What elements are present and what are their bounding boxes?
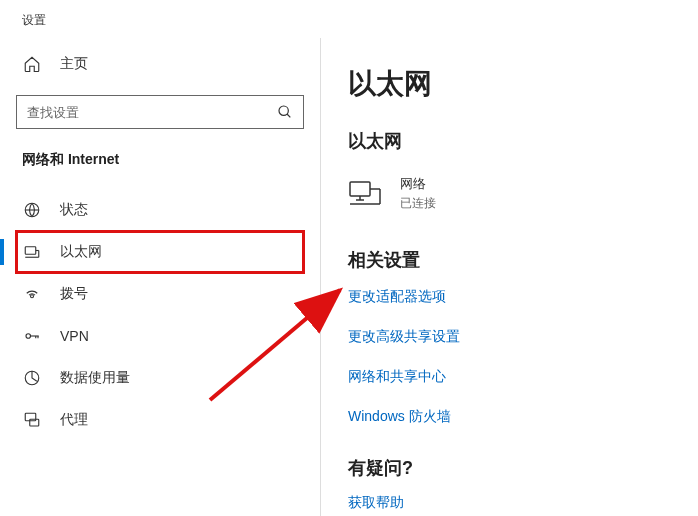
subheading: 以太网: [348, 129, 688, 153]
home-button[interactable]: 主页: [16, 45, 304, 83]
svg-point-0: [279, 106, 288, 115]
sidebar-section-title: 网络和 Internet: [16, 151, 304, 169]
svg-point-8: [31, 295, 34, 298]
home-icon: [22, 55, 42, 73]
question-title: 有疑问?: [348, 456, 688, 480]
sidebar-item-dialup[interactable]: 拨号: [16, 273, 304, 315]
home-label: 主页: [60, 55, 88, 73]
sidebar-item-ethernet[interactable]: 以太网: [16, 231, 304, 273]
link-get-help[interactable]: 获取帮助: [348, 494, 688, 512]
sidebar-item-label: VPN: [60, 328, 89, 344]
sidebar: 主页 网络和 Internet 状态 以太网: [0, 37, 320, 516]
search-icon: [277, 104, 293, 120]
svg-line-1: [287, 114, 290, 117]
vpn-icon: [22, 327, 42, 345]
sidebar-item-label: 状态: [60, 201, 88, 219]
page-title: 以太网: [348, 65, 688, 103]
link-advanced-sharing[interactable]: 更改高级共享设置: [348, 328, 688, 346]
status-icon: [22, 201, 42, 219]
sidebar-item-label: 代理: [60, 411, 88, 429]
sidebar-item-label: 以太网: [60, 243, 102, 261]
window-title: 设置: [0, 0, 698, 37]
sidebar-item-label: 数据使用量: [60, 369, 130, 387]
svg-rect-16: [350, 182, 370, 196]
sidebar-item-data-usage[interactable]: 数据使用量: [16, 357, 304, 399]
main-content: 以太网 以太网 网络 已连接 相关设置 更改适配器选项 更改高级共享设置 网络和…: [320, 37, 698, 516]
data-usage-icon: [22, 369, 42, 387]
link-windows-firewall[interactable]: Windows 防火墙: [348, 408, 688, 426]
network-name: 网络: [400, 175, 436, 193]
dialup-icon: [22, 285, 42, 303]
svg-rect-4: [25, 247, 36, 255]
network-row[interactable]: 网络 已连接: [348, 175, 688, 212]
related-settings-title: 相关设置: [348, 248, 688, 272]
network-status: 已连接: [400, 195, 436, 212]
sidebar-item-status[interactable]: 状态: [16, 189, 304, 231]
sidebar-item-proxy[interactable]: 代理: [16, 399, 304, 441]
sidebar-item-label: 拨号: [60, 285, 88, 303]
network-monitor-icon: [348, 180, 384, 208]
nav-list: 状态 以太网 拨号 VPN: [16, 189, 304, 441]
sidebar-item-vpn[interactable]: VPN: [16, 315, 304, 357]
search-box[interactable]: [16, 95, 304, 129]
search-input[interactable]: [27, 105, 277, 120]
network-info: 网络 已连接: [400, 175, 436, 212]
ethernet-icon: [22, 243, 42, 261]
proxy-icon: [22, 411, 42, 429]
link-network-sharing-center[interactable]: 网络和共享中心: [348, 368, 688, 386]
link-adapter-options[interactable]: 更改适配器选项: [348, 288, 688, 306]
svg-point-9: [26, 334, 31, 339]
